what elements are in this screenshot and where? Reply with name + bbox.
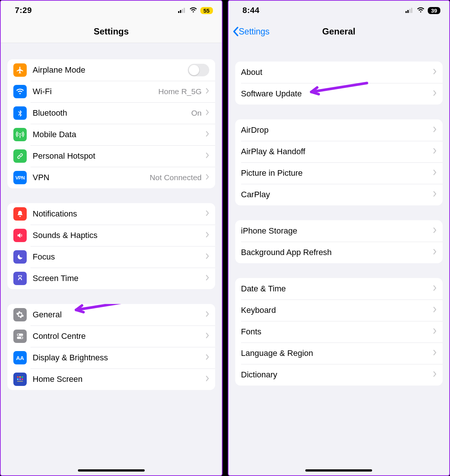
row-label: Dictionary bbox=[241, 370, 433, 380]
svg-point-7 bbox=[21, 337, 22, 338]
settings-group: iPhone StorageBackground App Refresh bbox=[235, 220, 443, 263]
row-screentime[interactable]: Screen Time bbox=[7, 268, 215, 289]
row-wifi[interactable]: Wi-FiHome R_5G bbox=[7, 81, 215, 102]
chevron-right-icon bbox=[206, 210, 209, 218]
cellular-icon bbox=[178, 6, 186, 15]
wifi-icon bbox=[417, 6, 425, 15]
row-label: Home Screen bbox=[33, 374, 206, 384]
antenna-icon bbox=[13, 128, 27, 141]
svg-rect-13 bbox=[19, 379, 21, 380]
row-display[interactable]: AADisplay & Brightness bbox=[7, 347, 215, 368]
settings-group: Date & TimeKeyboardFontsLanguage & Regio… bbox=[235, 278, 443, 386]
row-fonts[interactable]: Fonts bbox=[235, 321, 443, 343]
chevron-right-icon bbox=[206, 275, 209, 282]
settings-list[interactable]: Airplane ModeWi-FiHome R_5GBluetoothOnMo… bbox=[1, 43, 222, 475]
row-label: AirPlay & Handoff bbox=[241, 147, 433, 156]
row-lang[interactable]: Language & Region bbox=[235, 343, 443, 364]
row-sounds[interactable]: Sounds & Haptics bbox=[7, 225, 215, 246]
row-label: Airplane Mode bbox=[33, 65, 188, 75]
svg-rect-11 bbox=[22, 376, 23, 378]
svg-rect-12 bbox=[17, 379, 19, 380]
chevron-right-icon bbox=[433, 148, 437, 155]
row-label: iPhone Storage bbox=[241, 226, 433, 236]
status-icons: 39 bbox=[405, 6, 440, 15]
page-title: Settings bbox=[93, 26, 129, 37]
settings-group: AboutSoftware Update bbox=[235, 62, 443, 105]
chevron-right-icon bbox=[433, 328, 437, 335]
status-bar: 7:29 55 bbox=[1, 1, 222, 20]
row-airdrop[interactable]: AirDrop bbox=[235, 119, 443, 141]
svg-rect-0 bbox=[178, 11, 180, 13]
svg-rect-19 bbox=[411, 8, 413, 13]
row-label: Personal Hotspot bbox=[33, 151, 206, 161]
row-vpn[interactable]: VPNVPNNot Connected bbox=[7, 167, 215, 188]
row-label: Sounds & Haptics bbox=[33, 231, 206, 240]
chevron-right-icon bbox=[433, 169, 437, 177]
nav-header: Settings General bbox=[229, 20, 450, 43]
row-detail: Home R_5G bbox=[158, 87, 202, 96]
row-carplay[interactable]: CarPlay bbox=[235, 184, 443, 205]
phone-left-settings: 7:29 55 Settings Airplane ModeWi-FiHome … bbox=[0, 0, 223, 476]
row-general[interactable]: General bbox=[7, 304, 215, 325]
chevron-right-icon bbox=[206, 174, 209, 181]
row-label: Notifications bbox=[33, 209, 206, 219]
row-about[interactable]: About bbox=[235, 62, 443, 83]
svg-rect-18 bbox=[409, 9, 411, 13]
row-controlcentre[interactable]: Control Centre bbox=[7, 325, 215, 347]
row-mobile[interactable]: Mobile Data bbox=[7, 124, 215, 145]
row-notifications[interactable]: Notifications bbox=[7, 203, 215, 225]
chevron-right-icon bbox=[433, 69, 437, 76]
chevron-right-icon bbox=[433, 307, 437, 314]
row-label: Software Update bbox=[241, 89, 433, 99]
row-storage[interactable]: iPhone Storage bbox=[235, 220, 443, 242]
toggle-switch[interactable] bbox=[188, 64, 209, 76]
speaker-icon bbox=[13, 229, 27, 242]
chevron-right-icon bbox=[433, 191, 437, 198]
row-label: Wi-Fi bbox=[33, 87, 158, 96]
svg-rect-17 bbox=[407, 10, 409, 13]
row-focus[interactable]: Focus bbox=[7, 246, 215, 268]
home-indicator[interactable] bbox=[305, 469, 372, 472]
home-indicator[interactable] bbox=[78, 469, 145, 472]
row-label: General bbox=[33, 310, 206, 320]
aa-icon: AA bbox=[13, 351, 27, 364]
row-datetime[interactable]: Date & Time bbox=[235, 278, 443, 300]
battery-indicator: 39 bbox=[428, 7, 440, 14]
row-swupdate[interactable]: Software Update bbox=[235, 83, 443, 105]
switches-icon bbox=[13, 330, 27, 343]
chevron-right-icon bbox=[206, 311, 209, 318]
row-bluetooth[interactable]: BluetoothOn bbox=[7, 102, 215, 124]
svg-rect-10 bbox=[19, 376, 21, 378]
svg-rect-16 bbox=[405, 11, 407, 13]
chevron-right-icon bbox=[433, 350, 437, 357]
row-hotspot[interactable]: Personal Hotspot bbox=[7, 145, 215, 167]
row-homescreen[interactable]: Home Screen bbox=[7, 368, 215, 390]
back-button[interactable]: Settings bbox=[232, 27, 270, 37]
row-label: Picture in Picture bbox=[241, 168, 433, 178]
chevron-right-icon bbox=[206, 131, 209, 138]
page-title: General bbox=[322, 26, 355, 37]
row-bgapp[interactable]: Background App Refresh bbox=[235, 242, 443, 263]
row-dict[interactable]: Dictionary bbox=[235, 364, 443, 386]
row-pip[interactable]: Picture in Picture bbox=[235, 162, 443, 184]
row-airplay[interactable]: AirPlay & Handoff bbox=[235, 141, 443, 162]
chevron-right-icon bbox=[206, 333, 209, 340]
row-keyboard[interactable]: Keyboard bbox=[235, 300, 443, 321]
chevron-right-icon bbox=[433, 90, 437, 97]
svg-rect-14 bbox=[22, 379, 23, 380]
general-list[interactable]: AboutSoftware Update AirDropAirPlay & Ha… bbox=[229, 43, 450, 475]
cellular-icon bbox=[405, 6, 414, 15]
vpn-icon: VPN bbox=[13, 171, 27, 184]
airplane-icon bbox=[13, 63, 27, 77]
svg-rect-15 bbox=[17, 381, 23, 382]
settings-group: Airplane ModeWi-FiHome R_5GBluetoothOnMo… bbox=[7, 59, 215, 188]
row-airplane[interactable]: Airplane Mode bbox=[7, 59, 215, 81]
row-label: Fonts bbox=[241, 327, 433, 337]
chevron-right-icon bbox=[206, 152, 209, 160]
row-label: Screen Time bbox=[33, 274, 206, 283]
row-detail: Not Connected bbox=[150, 173, 201, 182]
settings-group: NotificationsSounds & HapticsFocusScreen… bbox=[7, 203, 215, 289]
svg-rect-3 bbox=[184, 8, 185, 13]
bluetooth-icon bbox=[13, 106, 27, 120]
chevron-right-icon bbox=[206, 253, 209, 261]
